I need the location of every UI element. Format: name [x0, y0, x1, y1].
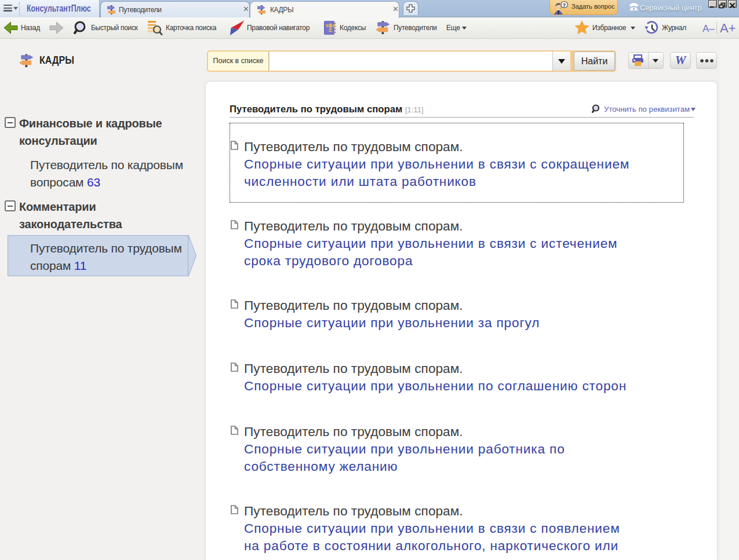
svg-text:?: ?	[563, 2, 566, 8]
